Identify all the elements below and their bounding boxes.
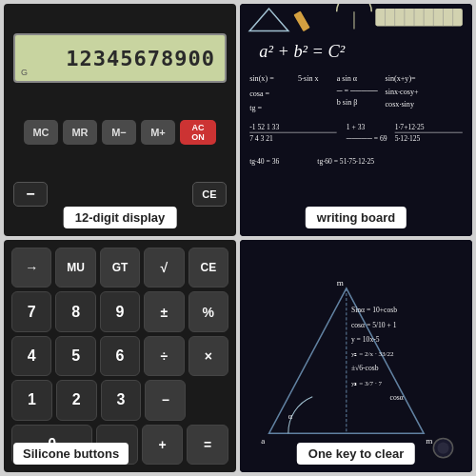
svg-text:y₃ = 3/7 · 7: y₃ = 3/7 · 7 [351, 380, 383, 387]
add-button[interactable]: + [142, 425, 184, 465]
divide-button[interactable]: ÷ [144, 336, 184, 376]
subtract-button[interactable]: − [145, 380, 186, 420]
svg-text:±√6-cosb: ±√6-cosb [351, 364, 379, 372]
minus-button[interactable]: − [13, 182, 48, 207]
clear-label: One key to clear [297, 443, 415, 465]
svg-text:α: α [288, 412, 293, 421]
svg-text:b    sin β: b sin β [337, 98, 358, 107]
writing-board-bottom-quadrant: m a α m Sinα = 10+cosb cosα = 5/10 + 1 y… [240, 240, 472, 472]
gt-button[interactable]: GT [100, 248, 140, 288]
btn-1[interactable]: 1 [11, 380, 52, 420]
btn-9[interactable]: 9 [100, 291, 140, 331]
svg-rect-0 [240, 4, 472, 236]
svg-rect-1 [375, 9, 463, 26]
svg-text:cosx·siny: cosx·siny [386, 100, 415, 109]
btn-7[interactable]: 7 [11, 291, 51, 331]
svg-point-49 [437, 442, 448, 453]
svg-text:Sinα = 10+cosb: Sinα = 10+cosb [351, 306, 397, 314]
top-button-row: MC MR M− M+ ACON [13, 120, 227, 145]
mplus-button[interactable]: M+ [141, 120, 175, 145]
svg-text:───── = 69: ───── = 69 [346, 134, 387, 143]
plusminus-button[interactable]: ± [144, 291, 184, 331]
svg-text:y = 10x-5: y = 10x-5 [351, 335, 380, 344]
svg-text:5·12·125: 5·12·125 [395, 134, 421, 143]
svg-text:-1  52   1  33: -1 52 1 33 [249, 123, 279, 131]
display-value: 12345678900 [66, 47, 215, 70]
mr-button[interactable]: MR [63, 120, 97, 145]
numpad-row-1: → MU GT √ CE [11, 248, 228, 288]
svg-text:m: m [426, 436, 432, 446]
numpad-label: Silicone buttons [13, 443, 129, 465]
numpad-row-4: 1 2 3 − [11, 380, 228, 420]
svg-text:1·7+12·25: 1·7+12·25 [395, 123, 425, 131]
svg-text:cosa =: cosa = [249, 89, 269, 98]
svg-text:a: a [261, 436, 265, 446]
mc-button[interactable]: MC [24, 120, 58, 145]
svg-text:tg·60 = 51·75·12·25: tg·60 = 51·75·12·25 [317, 157, 374, 166]
svg-text:sinx·cosy+: sinx·cosy+ [386, 88, 419, 96]
svg-text:y₂ = 2/x · 33/22: y₂ = 2/x · 33/22 [351, 350, 394, 358]
ce-button[interactable]: CE [192, 182, 227, 207]
svg-text:─ = ─────: ─ = ───── [336, 87, 378, 95]
display-g-label: G [21, 68, 28, 77]
arrow-button[interactable]: → [11, 248, 51, 288]
svg-text:cosα = 5/10 + 1: cosα = 5/10 + 1 [351, 321, 397, 329]
multiply-button[interactable]: × [188, 336, 228, 376]
svg-text:sin(x) =: sin(x) = [249, 74, 274, 83]
svg-text:a    sin α: a sin α [337, 74, 358, 83]
svg-text:1 + 33: 1 + 33 [347, 123, 366, 131]
mu-button[interactable]: MU [55, 248, 95, 288]
percent-button[interactable]: % [188, 291, 228, 331]
sqrt-button[interactable]: √ [144, 248, 184, 288]
svg-text:sin(x+y)=: sin(x+y)= [386, 74, 417, 83]
numpad-quadrant: → MU GT √ CE 7 8 9 ± % 4 5 6 ÷ × 1 2 3 − [4, 240, 236, 472]
svg-text:a² + b² = C²: a² + b² = C² [259, 42, 345, 61]
writing-board-label: writing board [306, 207, 407, 228]
btn-3[interactable]: 3 [101, 380, 142, 420]
svg-text:tg·40 = 36: tg·40 = 36 [249, 157, 279, 166]
calculator-display-quadrant: G 12345678900 MC MR M− M+ ACON − CE 12-d… [4, 4, 236, 236]
svg-text:cosα: cosα [390, 393, 404, 402]
svg-text:7   4    3  21: 7 4 3 21 [249, 134, 273, 143]
mminus-button[interactable]: M− [102, 120, 136, 145]
numpad-row-3: 4 5 6 ÷ × [11, 336, 228, 376]
main-grid: G 12345678900 MC MR M− M+ ACON − CE 12-d… [0, 0, 476, 476]
ac-on-button[interactable]: ACON [180, 120, 216, 145]
svg-text:5·sin x: 5·sin x [298, 74, 319, 83]
numpad-row-2: 7 8 9 ± % [11, 291, 228, 331]
svg-text:m: m [337, 278, 344, 288]
btn-4[interactable]: 4 [11, 336, 51, 376]
equals-button[interactable]: = [187, 425, 228, 465]
btn-5[interactable]: 5 [55, 336, 95, 376]
display-label: 12-digit display [64, 207, 177, 228]
btn-2[interactable]: 2 [56, 380, 97, 420]
ce-num-button[interactable]: CE [188, 248, 228, 288]
calculator-display: G 12345678900 [13, 33, 227, 83]
btn-8[interactable]: 8 [55, 291, 95, 331]
writing-board-top-quadrant: a² + b² = C² sin(x) = 5·sin x cosa = tg … [240, 4, 472, 236]
svg-text:tg =: tg = [249, 104, 262, 112]
btn-6[interactable]: 6 [100, 336, 140, 376]
